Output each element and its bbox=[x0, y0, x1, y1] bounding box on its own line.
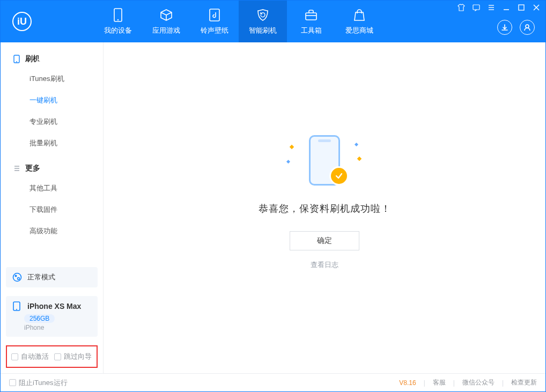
version-label: V8.16 bbox=[399, 379, 416, 387]
app-domain: www.i4.cn bbox=[37, 70, 84, 76]
svg-point-19 bbox=[13, 273, 21, 282]
options-highlight-box: 自动激活 跳过向导 bbox=[6, 345, 98, 368]
svg-point-15 bbox=[16, 61, 17, 62]
sidebar-item-download-firmware[interactable]: 下载固件 bbox=[1, 199, 103, 220]
svg-point-1 bbox=[117, 19, 119, 20]
svg-rect-5 bbox=[473, 5, 479, 10]
success-illustration bbox=[287, 134, 362, 187]
logo-icon: iU bbox=[12, 12, 32, 31]
device-name: iPhone XS Max bbox=[27, 302, 81, 310]
connection-mode[interactable]: 正常模式 bbox=[6, 267, 98, 287]
checkbox-skip-guide[interactable]: 跳过向导 bbox=[54, 352, 92, 361]
toolbox-icon bbox=[304, 8, 319, 23]
sidebar-item-pro-flash[interactable]: 专业刷机 bbox=[1, 111, 103, 132]
music-file-icon bbox=[207, 8, 222, 23]
ok-button[interactable]: 确定 bbox=[290, 231, 359, 250]
status-bar: 阻止iTunes运行 V8.16 | 客服 | 微信公众号 | 检查更新 bbox=[1, 373, 545, 391]
download-icon[interactable] bbox=[497, 20, 512, 35]
feedback-icon[interactable] bbox=[473, 4, 480, 11]
tab-toolbox[interactable]: 工具箱 bbox=[287, 1, 335, 42]
success-message: 恭喜您，保资料刷机成功啦！ bbox=[259, 202, 391, 215]
checkbox-icon bbox=[11, 353, 18, 360]
sidebar-item-other-tools[interactable]: 其他工具 bbox=[1, 177, 103, 199]
phone-icon bbox=[110, 8, 126, 23]
window-controls bbox=[458, 4, 540, 11]
phone-small-icon bbox=[12, 301, 21, 311]
view-log-link[interactable]: 查看日志 bbox=[311, 260, 338, 270]
status-link-support[interactable]: 客服 bbox=[433, 378, 446, 387]
checkbox-icon bbox=[54, 353, 61, 360]
shield-refresh-icon bbox=[255, 8, 270, 23]
device-icon bbox=[12, 55, 21, 63]
tab-ringtones-wallpapers[interactable]: 铃声壁纸 bbox=[190, 1, 239, 42]
window-body: 刷机 iTunes刷机 一键刷机 专业刷机 批量刷机 更多 其他工具 下载固件 … bbox=[1, 42, 545, 373]
sidebar-item-advanced[interactable]: 高级功能 bbox=[1, 220, 103, 242]
status-link-wechat[interactable]: 微信公众号 bbox=[462, 378, 495, 387]
app-logo: iU 爱思助手 www.i4.cn bbox=[1, 1, 94, 42]
close-button[interactable] bbox=[533, 4, 540, 11]
tab-apps-games[interactable]: 应用游戏 bbox=[142, 1, 190, 42]
svg-rect-2 bbox=[210, 9, 219, 21]
maximize-button[interactable] bbox=[518, 4, 525, 11]
svg-point-23 bbox=[16, 309, 17, 310]
svg-rect-10 bbox=[519, 5, 524, 10]
sidebar-item-batch-flash[interactable]: 批量刷机 bbox=[1, 132, 103, 154]
svg-point-21 bbox=[18, 278, 20, 280]
tab-store[interactable]: 爱思商城 bbox=[335, 1, 383, 42]
device-panel[interactable]: iPhone XS Max 256GB iPhone bbox=[6, 296, 98, 337]
connection-mode-label: 正常模式 bbox=[27, 272, 55, 282]
list-icon bbox=[12, 164, 21, 173]
checkbox-auto-activate[interactable]: 自动激活 bbox=[11, 352, 49, 361]
device-type: iPhone bbox=[24, 324, 91, 331]
app-name: 爱思助手 bbox=[37, 0, 84, 70]
menu-icon[interactable] bbox=[488, 4, 495, 11]
bag-icon bbox=[352, 8, 367, 23]
checkbox-block-itunes[interactable]: 阻止iTunes运行 bbox=[9, 378, 68, 388]
checkbox-icon bbox=[9, 379, 16, 386]
app-window: iU 爱思助手 www.i4.cn 我的设备 应用游戏 bbox=[0, 0, 546, 392]
minimize-button[interactable] bbox=[503, 4, 510, 11]
tab-my-device[interactable]: 我的设备 bbox=[94, 1, 142, 42]
svg-rect-3 bbox=[306, 13, 316, 20]
main-content: 恭喜您，保资料刷机成功啦！ 确定 查看日志 bbox=[104, 42, 545, 373]
svg-point-20 bbox=[15, 275, 17, 277]
sidebar-item-oneclick-flash[interactable]: 一键刷机 bbox=[1, 90, 103, 111]
header-right-icons bbox=[497, 20, 535, 35]
tshirt-icon[interactable] bbox=[458, 4, 465, 11]
status-link-update[interactable]: 检查更新 bbox=[511, 378, 537, 387]
cube-icon bbox=[159, 8, 174, 23]
main-nav-tabs: 我的设备 应用游戏 铃声壁纸 智能刷机 bbox=[94, 1, 383, 42]
title-bar: iU 爱思助手 www.i4.cn 我的设备 应用游戏 bbox=[1, 1, 545, 42]
svg-point-13 bbox=[526, 25, 529, 28]
mode-icon bbox=[12, 272, 22, 282]
user-icon[interactable] bbox=[520, 20, 535, 35]
tab-smart-flash[interactable]: 智能刷机 bbox=[239, 1, 287, 42]
sidebar: 刷机 iTunes刷机 一键刷机 专业刷机 批量刷机 更多 其他工具 下载固件 … bbox=[1, 42, 104, 373]
device-storage: 256GB bbox=[24, 314, 55, 323]
sidebar-section-more: 更多 bbox=[1, 157, 103, 177]
check-badge-icon bbox=[331, 168, 347, 184]
